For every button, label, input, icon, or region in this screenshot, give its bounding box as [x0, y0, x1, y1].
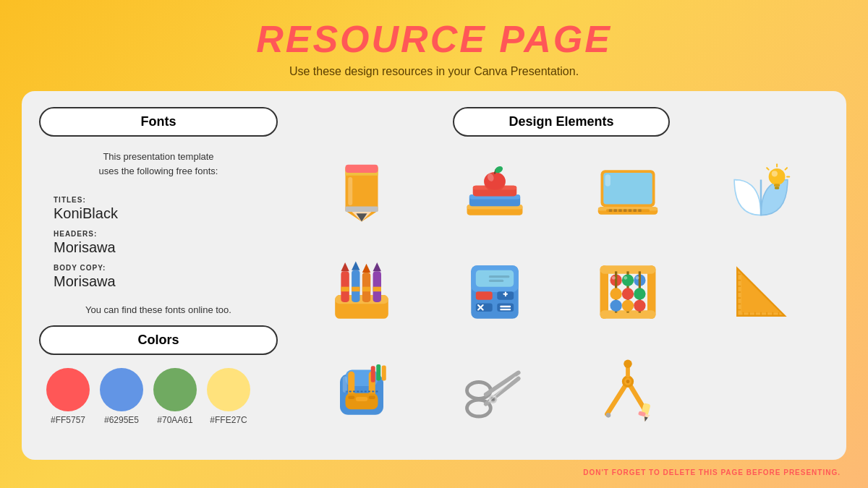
svg-point-14 [484, 172, 505, 190]
svg-marker-46 [352, 262, 359, 270]
font-name-body: Morisawa [54, 273, 278, 290]
svg-rect-51 [373, 272, 381, 303]
calculator-icon [462, 260, 527, 325]
svg-rect-22 [606, 209, 650, 212]
svg-rect-114 [348, 396, 354, 400]
svg-rect-44 [341, 287, 349, 292]
svg-point-136 [626, 380, 630, 383]
svg-rect-66 [500, 309, 511, 310]
color-swatch-green: #70AA61 [153, 368, 197, 425]
svg-rect-45 [352, 270, 359, 302]
svg-rect-62 [505, 292, 506, 297]
design-elements-grid [294, 144, 829, 444]
svg-point-138 [624, 360, 631, 368]
page-title: RESOURCE PAGE [256, 17, 612, 61]
swatch-yellow [207, 368, 250, 411]
svg-rect-5 [346, 206, 378, 212]
svg-point-84 [634, 300, 645, 312]
book-lightbulb-icon [728, 162, 793, 227]
color-swatch-blue: #6295E5 [100, 368, 143, 425]
svg-rect-26 [624, 209, 627, 212]
svg-rect-116 [371, 366, 375, 382]
page-subtitle: Use these design resources in your Canva… [289, 65, 579, 78]
font-entry-titles: TITLES: KoniBlack [54, 192, 278, 222]
svg-rect-57 [476, 292, 493, 300]
svg-point-32 [769, 168, 786, 185]
svg-point-83 [622, 300, 634, 312]
color-hex-yellow: #FFE27C [210, 415, 247, 425]
icon-cell-compass [563, 343, 693, 438]
font-entry-headers: HEADERS: Morisawa [54, 226, 278, 256]
ruler-icon [728, 260, 793, 325]
backpack-icon [329, 358, 394, 423]
swatch-blue [100, 368, 143, 411]
color-hex-green: #70AA61 [157, 415, 192, 425]
swatch-red [46, 368, 90, 411]
svg-rect-27 [629, 209, 632, 212]
svg-rect-47 [352, 287, 359, 292]
svg-point-81 [634, 288, 645, 300]
color-swatches: #FF5757 #6295E5 #70AA61 #FFE27C [39, 364, 278, 429]
crayons-icon [329, 260, 394, 325]
svg-marker-49 [362, 264, 370, 273]
color-swatch-red: #FF5757 [46, 368, 90, 425]
svg-point-80 [622, 288, 634, 300]
icon-cell-pencil [297, 147, 427, 242]
svg-rect-115 [369, 396, 375, 400]
svg-rect-28 [634, 209, 637, 212]
svg-rect-4 [346, 165, 378, 173]
svg-rect-117 [376, 364, 380, 381]
icon-cell-backpack [297, 343, 427, 438]
svg-rect-35 [775, 187, 780, 189]
books-icon [462, 162, 527, 227]
svg-point-139 [606, 413, 611, 418]
svg-rect-53 [373, 287, 381, 292]
fonts-list: TITLES: KoniBlack HEADERS: Morisawa BODY… [39, 188, 278, 290]
svg-rect-30 [605, 174, 611, 187]
svg-rect-113 [343, 377, 347, 393]
svg-point-79 [610, 288, 621, 300]
icon-cell-crayons [297, 245, 427, 341]
svg-marker-52 [373, 263, 381, 272]
svg-rect-34 [774, 184, 780, 187]
svg-rect-42 [341, 272, 349, 303]
design-elements-header-wrap: Design Elements [294, 107, 829, 137]
font-name-titles: KoniBlack [54, 205, 278, 222]
fonts-online-note: You can find these fonts online too. [39, 304, 278, 315]
fonts-description: This presentation templateuses the follo… [39, 150, 278, 178]
swatch-green [153, 368, 197, 411]
colors-section: Colors #FF5757 #6295E5 #70AA61 #FFE27C [39, 325, 278, 429]
svg-rect-29 [638, 209, 642, 212]
svg-line-37 [786, 168, 787, 169]
svg-rect-23 [609, 209, 613, 212]
icon-cell-scissors [430, 343, 560, 438]
font-label-body: BODY COPY: [54, 264, 106, 272]
right-panel: Design Elements [294, 107, 829, 444]
design-elements-header: Design Elements [453, 107, 670, 137]
font-label-titles: TITLES: [54, 196, 86, 204]
svg-point-75 [622, 275, 634, 286]
svg-rect-19 [603, 173, 652, 205]
fonts-section-header: Fonts [39, 107, 278, 137]
svg-marker-43 [341, 263, 349, 272]
svg-point-87 [636, 276, 639, 280]
svg-rect-24 [614, 209, 618, 212]
font-name-headers: Morisawa [54, 239, 278, 256]
svg-point-120 [472, 403, 486, 413]
color-hex-blue: #6295E5 [104, 415, 139, 425]
icon-cell-laptop [563, 147, 693, 242]
svg-point-122 [472, 386, 486, 395]
compass-icon [595, 358, 660, 423]
icon-cell-abacus [563, 245, 693, 341]
svg-rect-65 [500, 306, 511, 307]
left-panel: Fonts This presentation templateuses the… [39, 107, 278, 444]
svg-rect-118 [382, 366, 386, 381]
svg-point-82 [610, 300, 621, 312]
svg-rect-67 [489, 276, 510, 278]
svg-line-39 [767, 168, 768, 169]
footer-note: DON'T FORGET TO DELETE THIS PAGE BEFORE … [22, 468, 841, 476]
font-label-headers: HEADERS: [54, 230, 97, 238]
icon-cell-books [430, 147, 560, 242]
scissors-icon [462, 358, 527, 423]
svg-rect-50 [362, 287, 370, 292]
